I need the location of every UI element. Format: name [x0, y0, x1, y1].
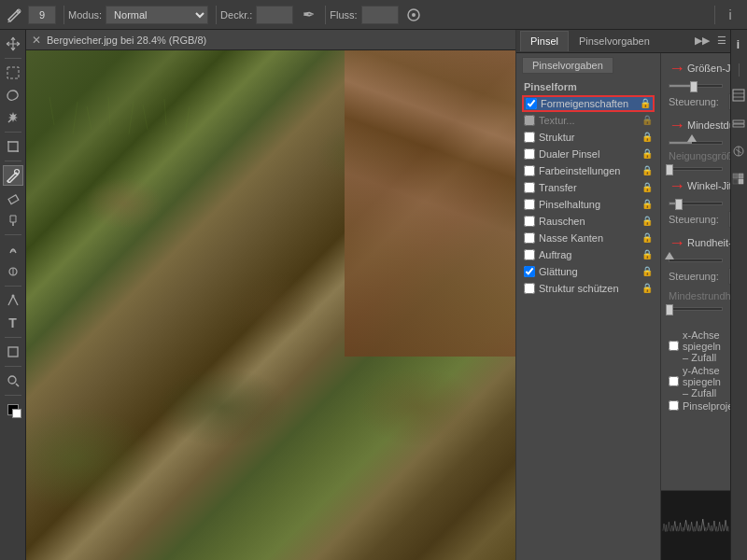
check-pinselhaltung-input[interactable] — [524, 199, 535, 210]
shape-tool[interactable] — [3, 342, 23, 362]
tablet-icon[interactable] — [402, 4, 425, 26]
pen-tool[interactable] — [3, 290, 23, 311]
text-tool[interactable]: T — [3, 313, 23, 333]
check-struktur-schuetzen[interactable]: Struktur schützen 🔒 — [522, 280, 655, 297]
divider — [5, 161, 21, 161]
crop-tool[interactable] — [3, 136, 23, 157]
modus-select[interactable]: Normal Auflösen Abdunkeln — [106, 6, 208, 24]
brush-tool[interactable] — [3, 165, 23, 186]
check-transfer[interactable]: Transfer 🔒 — [522, 179, 655, 196]
deckr-input[interactable]: 100% — [256, 6, 293, 24]
far-right-adjustments[interactable] — [727, 140, 748, 162]
check-formeigenschaften-input[interactable] — [526, 98, 537, 109]
svg-rect-23 — [733, 124, 744, 127]
left-list-panel: Pinselvorgaben Pinselform Formeigenschaf… — [516, 53, 661, 560]
svg-rect-26 — [739, 174, 743, 178]
paint-bucket-tool[interactable] — [3, 210, 23, 231]
check-textur-input[interactable] — [524, 115, 535, 126]
svg-rect-5 — [8, 195, 19, 204]
canvas-title: Bergviecher.jpg bei 28.4% (RGB/8) — [47, 35, 206, 46]
divider — [5, 132, 21, 133]
arrow-winkel: → — [669, 176, 685, 196]
lock-icon-dualer: 🔒 — [641, 148, 653, 159]
check-farb-label: Farbeinstellungen — [539, 165, 640, 176]
eraser-tool[interactable] — [3, 188, 23, 208]
canvas-area: ✕ Bergviecher.jpg bei 28.4% (RGB/8) — [26, 30, 515, 560]
check-struktur-input[interactable] — [524, 132, 535, 143]
check-transfer-input[interactable] — [524, 182, 535, 193]
mindestrundheit-label: Mindestrundheit — [669, 290, 723, 301]
pinselvorgaben-button[interactable]: Pinselvorgaben — [522, 57, 655, 77]
check-farb-input[interactable] — [524, 165, 535, 176]
pinselprojektion-checkbox[interactable] — [669, 400, 679, 411]
mindestrundheit-slider[interactable] — [669, 307, 723, 311]
far-right-history[interactable] — [727, 84, 748, 106]
tab-pinselvorgaben[interactable]: Pinselvorgaben — [569, 31, 660, 51]
svg-point-2 — [412, 13, 416, 17]
check-rauschen-input[interactable] — [524, 216, 535, 227]
dodge-tool[interactable] — [3, 261, 23, 282]
check-glaettung[interactable]: Glättung 🔒 — [522, 263, 655, 280]
blur-tool[interactable] — [3, 239, 23, 259]
canvas-image-content — [26, 50, 515, 560]
neigungsgroesse-slider[interactable] — [669, 167, 723, 171]
groessen-jitter-row: → Größen-Jitter 46% — [669, 59, 723, 78]
airbrush-icon[interactable]: ✒ — [297, 4, 319, 26]
mindestdurchmesser-slider[interactable] — [669, 141, 723, 145]
arrow-rundheit: → — [669, 233, 685, 253]
divider-4 — [714, 6, 715, 24]
check-farbeinstellungen[interactable]: Farbeinstellungen 🔒 — [522, 162, 655, 179]
canvas-close[interactable]: ✕ — [32, 34, 41, 47]
move-tool[interactable] — [3, 34, 23, 54]
foreground-color[interactable] — [3, 399, 23, 420]
canvas-image[interactable] — [26, 50, 515, 560]
divider — [5, 234, 21, 235]
check-nasse-kanten[interactable]: Nasse Kanten 🔒 — [522, 230, 655, 246]
divider — [5, 395, 21, 396]
rundheit-jitter-row: → Rundheit-Jitter 0% — [669, 233, 723, 253]
check-glaettung-input[interactable] — [524, 266, 535, 277]
far-right-info[interactable]: i — [727, 34, 748, 56]
check-struktur[interactable]: Struktur 🔒 — [522, 129, 655, 146]
check-auftrag[interactable]: Auftrag 🔒 — [522, 246, 655, 263]
check-dualer-pinsel[interactable]: Dualer Pinsel 🔒 — [522, 146, 655, 162]
pinselvorgaben-btn[interactable]: Pinselvorgaben — [522, 57, 613, 74]
svg-rect-18 — [661, 515, 730, 537]
steuerung1-row: Steuerung: Zeichenstift-Druck Aus Zeiche… — [669, 93, 723, 110]
check-pinselhaltung[interactable]: Pinselhaltung 🔒 — [522, 196, 655, 213]
check-formeigenschaften[interactable]: Formeigenschaften 🔒 — [522, 95, 655, 112]
selection-tool[interactable] — [3, 63, 23, 83]
check-glaettung-label: Glättung — [539, 266, 640, 277]
tab-pinsel[interactable]: Pinsel — [520, 31, 569, 51]
check-dualer-input[interactable] — [524, 148, 535, 160]
zoom-tool[interactable] — [3, 371, 23, 391]
mindestrundheit-section: Mindestrundheit — [669, 290, 723, 311]
pinselform-title: Pinselform — [522, 81, 655, 92]
winkel-jitter-slider[interactable] — [669, 202, 723, 205]
lock-icon-transfer: 🔒 — [641, 182, 653, 192]
check-textur[interactable]: Textur... 🔒 — [522, 112, 655, 129]
far-right-swatches[interactable] — [727, 168, 748, 190]
lasso-tool[interactable] — [3, 85, 23, 105]
groessen-jitter-slider[interactable] — [669, 84, 723, 88]
info-icon[interactable]: i — [719, 4, 741, 26]
check-rauschen[interactable]: Rauschen 🔒 — [522, 213, 655, 230]
neigungsgroesse-section: Neigungsgröße — [669, 150, 723, 171]
check-nasse-input[interactable] — [524, 232, 535, 244]
brush-size-input[interactable]: 9 — [28, 6, 56, 24]
y-achse-checkbox[interactable] — [669, 376, 679, 386]
x-achse-checkbox[interactable] — [669, 341, 679, 351]
check-auftrag-input[interactable] — [524, 249, 535, 260]
panel-menu-icon[interactable]: ☰ — [717, 35, 726, 47]
lock-icon-textur: 🔒 — [641, 115, 653, 125]
mindestdurchmesser-row: → Mindestdurchmesser 42% — [669, 116, 723, 135]
panel-arrow-icon[interactable]: ▶▶ — [695, 35, 710, 47]
steuerung3-label: Steuerung: — [669, 271, 725, 282]
far-right-layers[interactable] — [727, 112, 748, 134]
fluss-input[interactable]: 100% — [361, 6, 399, 24]
steuerung3-row: Steuerung: Aus Zeichenstift-Druck — [669, 268, 723, 285]
magic-wand-tool[interactable] — [3, 107, 23, 128]
brush-tool-icon[interactable] — [4, 4, 26, 26]
check-struktur-schuetzen-input[interactable] — [524, 283, 535, 294]
rundheit-jitter-slider[interactable] — [669, 259, 723, 262]
